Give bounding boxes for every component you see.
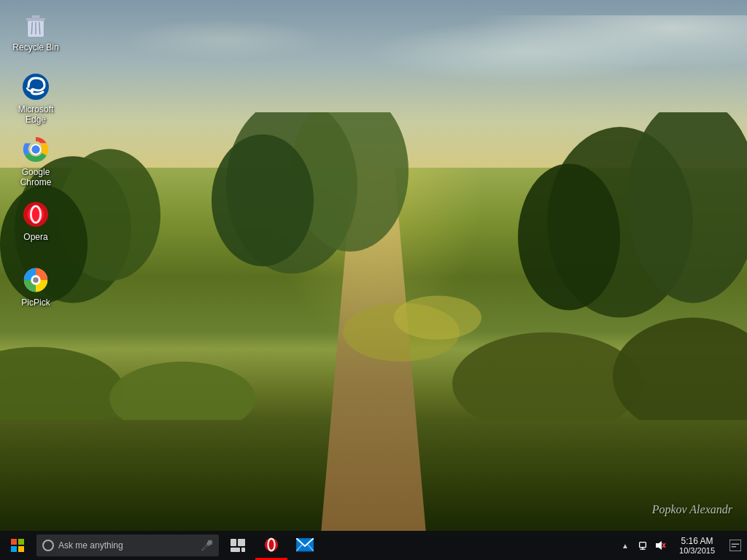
svg-rect-34: [231, 539, 236, 546]
svg-rect-30: [11, 539, 17, 545]
edge-label: Microsoft Edge: [10, 104, 61, 125]
svg-rect-33: [18, 546, 24, 552]
opera-taskbar-button[interactable]: [255, 531, 287, 560]
clock-time: 5:16 AM: [681, 536, 713, 546]
ground-background: [0, 168, 747, 531]
microphone-icon[interactable]: 🎤: [201, 540, 213, 551]
opera-label: Opera: [23, 232, 47, 242]
edge-image: [21, 72, 50, 101]
search-placeholder: Ask me anything: [58, 540, 198, 551]
svg-point-38: [265, 537, 278, 551]
svg-line-20: [39, 22, 40, 34]
svg-rect-35: [238, 539, 245, 546]
network-icon[interactable]: [635, 531, 650, 560]
svg-rect-17: [31, 15, 39, 19]
system-tray: ▲: [615, 531, 747, 560]
svg-rect-50: [729, 540, 741, 551]
picpick-icon[interactable]: PicPick: [7, 262, 64, 311]
picpick-image: [21, 265, 50, 295]
notification-center-button[interactable]: [724, 531, 747, 560]
recycle-bin-label: Recycle Bin: [12, 42, 58, 52]
svg-point-23: [31, 145, 39, 153]
taskbar: Ask me anything 🎤: [0, 531, 747, 560]
mail-taskbar-button[interactable]: [289, 531, 321, 560]
svg-rect-31: [18, 539, 24, 545]
task-view-button[interactable]: [222, 531, 254, 560]
desktop: Popkov Alexandr Recycle Bin Microsoft Ed…: [0, 0, 747, 560]
opera-icon[interactable]: Opera: [7, 197, 64, 245]
svg-rect-32: [11, 546, 17, 552]
svg-rect-37: [241, 548, 245, 552]
chrome-label: Google Chrome: [10, 167, 61, 188]
google-chrome-icon[interactable]: Google Chrome: [7, 132, 64, 191]
svg-point-29: [33, 277, 39, 283]
cortana-circle-icon: [42, 540, 54, 551]
opera-image: [21, 200, 50, 229]
recycle-bin-image: [21, 10, 50, 39]
clock[interactable]: 5:16 AM 10/3/2015: [670, 531, 724, 560]
svg-marker-47: [656, 541, 662, 550]
tray-icons-area: ▲: [615, 531, 670, 560]
taskbar-pinned-apps: [222, 531, 321, 560]
show-hidden-icons[interactable]: ▲: [618, 531, 632, 560]
recycle-bin-icon[interactable]: Recycle Bin: [7, 7, 64, 55]
svg-rect-44: [640, 542, 646, 548]
picpick-label: PicPick: [21, 298, 50, 308]
start-button[interactable]: [0, 531, 35, 560]
search-box[interactable]: Ask me anything 🎤: [36, 534, 219, 556]
svg-rect-36: [231, 548, 240, 552]
sound-icon[interactable]: [653, 531, 667, 560]
watermark: Popkov Alexandr: [652, 503, 732, 516]
microsoft-edge-icon[interactable]: Microsoft Edge: [7, 69, 64, 128]
chrome-image: [21, 135, 50, 164]
svg-line-18: [31, 22, 32, 34]
clock-date: 10/3/2015: [679, 546, 715, 555]
